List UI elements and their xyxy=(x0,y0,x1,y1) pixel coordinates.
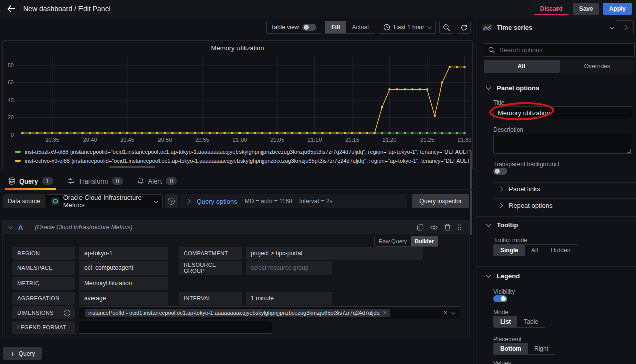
editor-tabs: Query 1 Transform 0 Alert 0 xyxy=(0,173,473,190)
table-view-toggle[interactable] xyxy=(302,24,316,31)
query-datasource-hint: (Oracle Cloud Infrastructure Metrics) xyxy=(35,224,132,231)
divider xyxy=(493,198,636,199)
legend-table-option[interactable]: Table xyxy=(517,316,545,327)
delete-query-button[interactable] xyxy=(444,224,451,231)
duplicate-query-button[interactable] xyxy=(417,224,424,231)
refresh-icon xyxy=(460,24,468,31)
divider xyxy=(493,182,636,183)
form-row-dimensions: DIMENSIONS i instancePoolId - ocid1.inst… xyxy=(12,306,460,319)
fill-option[interactable]: Fill xyxy=(325,21,346,33)
placement-right-option[interactable]: Right xyxy=(528,343,555,354)
add-query-button[interactable]: + Query xyxy=(3,347,42,360)
apply-button[interactable]: Apply xyxy=(603,3,632,15)
options-search[interactable] xyxy=(484,43,635,57)
tooltip-section[interactable]: Tooltip xyxy=(487,221,518,229)
aggregation-select[interactable]: average xyxy=(79,292,168,305)
copy-icon xyxy=(417,224,424,231)
legend-format-input[interactable] xyxy=(79,321,272,334)
time-range-picker[interactable]: Last 1 hour xyxy=(379,21,436,34)
datasource-picker[interactable]: Oracle Cloud Infrastructure Metrics xyxy=(47,194,163,208)
collapse-pane-button[interactable] xyxy=(616,20,634,34)
dimensions-label: DIMENSIONS i xyxy=(12,306,75,319)
time-series-chart[interactable]: 02040608020:3520:4020:4520:5020:5521:002… xyxy=(3,52,473,145)
section-divider xyxy=(477,266,636,267)
actual-option[interactable]: Actual xyxy=(346,21,375,33)
query-row-header[interactable]: A (Oracle Cloud Infrastructure Metrics) xyxy=(3,220,469,234)
raw-query-option[interactable]: Raw Query xyxy=(375,236,411,246)
back-button[interactable] xyxy=(4,2,18,16)
dimensions-multiselect[interactable]: instancePoolId - ocid1.instancepool.oc1.… xyxy=(79,306,460,319)
legend-list-option[interactable]: List xyxy=(494,316,517,327)
svg-text:20:35: 20:35 xyxy=(45,137,59,143)
resource-group-select[interactable]: select resource group xyxy=(246,261,332,275)
description-textarea[interactable] xyxy=(493,134,632,154)
svg-text:21:05: 21:05 xyxy=(270,137,284,143)
zoom-out-icon xyxy=(443,24,450,31)
interval-select[interactable]: 1 minute xyxy=(246,292,332,305)
legend-section[interactable]: Legend xyxy=(487,272,520,280)
horizontal-scrollbar[interactable] xyxy=(109,166,155,168)
remove-dimension-icon[interactable]: × xyxy=(383,310,387,316)
panel-title-input[interactable] xyxy=(493,106,632,119)
placement-bottom-option[interactable]: Bottom xyxy=(494,343,528,354)
tab-transform[interactable]: Transform 0 xyxy=(67,173,123,190)
query-inspector-button[interactable]: Query inspector xyxy=(412,194,469,208)
repeat-options-section[interactable]: Repeat options xyxy=(499,202,552,209)
tooltip-mode-label: Tooltip mode xyxy=(493,237,527,244)
search-icon xyxy=(488,47,495,53)
table-view-control[interactable]: Table view xyxy=(266,21,321,34)
svg-text:80: 80 xyxy=(8,62,14,68)
resize-handle[interactable] xyxy=(627,149,631,153)
namespace-select[interactable]: oci_computeagent xyxy=(79,261,168,275)
builder-option[interactable]: Builder xyxy=(411,236,438,246)
chevron-right-icon xyxy=(622,25,627,30)
datasource-help-button[interactable]: ? xyxy=(165,194,178,208)
metric-label: METRIC xyxy=(12,277,75,290)
tab-alert[interactable]: Alert 0 xyxy=(137,173,177,190)
options-filter-tabs: All Overrides xyxy=(484,60,635,73)
compartment-select[interactable]: project > hpc-portal xyxy=(246,247,423,260)
transparent-background-toggle[interactable] xyxy=(493,168,507,175)
legend-visibility-toggle[interactable] xyxy=(493,295,507,302)
drag-handle[interactable] xyxy=(457,224,462,231)
datasource-row: Data source Oracle Cloud Infrastructure … xyxy=(3,194,469,208)
panel-options-section[interactable]: Panel options xyxy=(487,84,539,92)
form-row-legend-format: LEGEND FORMAT xyxy=(12,321,272,334)
disable-query-button[interactable] xyxy=(430,224,438,231)
visualization-picker[interactable]: Time series xyxy=(482,20,614,34)
collapse-chevron-icon[interactable] xyxy=(8,224,13,229)
search-options-input[interactable] xyxy=(498,46,630,54)
legend-item[interactable]: inst-u5uzt-x9-ol88 {instancepoolid="ocid… xyxy=(15,147,472,156)
metric-select[interactable]: MemoryUtilization xyxy=(79,277,168,290)
tab-query[interactable]: Query 1 xyxy=(8,173,53,190)
tooltip-hidden-option[interactable]: Hidden xyxy=(544,245,577,256)
panel-links-section[interactable]: Panel links xyxy=(499,185,540,193)
visibility-label: Visibility xyxy=(493,288,515,295)
legend-item[interactable]: inst-echvo-x9-ol88 {instancepoolid="ocid… xyxy=(15,156,472,165)
vertical-scrollbar[interactable] xyxy=(470,151,472,235)
region-select[interactable]: ap-tokyo-1 xyxy=(79,247,168,260)
query-options-bar[interactable]: Query options MD = auto = 1168 Interval … xyxy=(180,194,408,208)
svg-text:21:00: 21:00 xyxy=(233,137,247,143)
discard-button[interactable]: Discard xyxy=(534,3,569,15)
panel-toolbar: Table view Fill Actual Last 1 hour xyxy=(0,20,472,34)
query-options-link[interactable]: Query options xyxy=(197,198,237,205)
svg-text:21:30: 21:30 xyxy=(458,137,472,143)
legend-format-label: LEGEND FORMAT xyxy=(12,321,75,334)
series-color-swatch xyxy=(15,151,21,153)
description-label: Description xyxy=(493,126,523,133)
clear-all-icon[interactable]: × xyxy=(444,310,447,316)
tooltip-mode-segmented: Single All Hidden xyxy=(493,244,577,256)
tooltip-all-option[interactable]: All xyxy=(525,245,544,256)
svg-text:40: 40 xyxy=(8,97,14,103)
tooltip-single-option[interactable]: Single xyxy=(494,245,525,256)
save-button[interactable]: Save xyxy=(573,3,599,15)
tab-overrides[interactable]: Overrides xyxy=(560,60,635,73)
tab-all[interactable]: All xyxy=(484,60,560,73)
refresh-button[interactable] xyxy=(457,21,471,34)
zoom-out-button[interactable] xyxy=(439,21,453,34)
transform-count-badge: 0 xyxy=(112,177,123,185)
svg-text:20:50: 20:50 xyxy=(158,137,172,143)
info-circle-icon[interactable]: i xyxy=(64,310,70,316)
values-label: Values xyxy=(493,360,511,364)
